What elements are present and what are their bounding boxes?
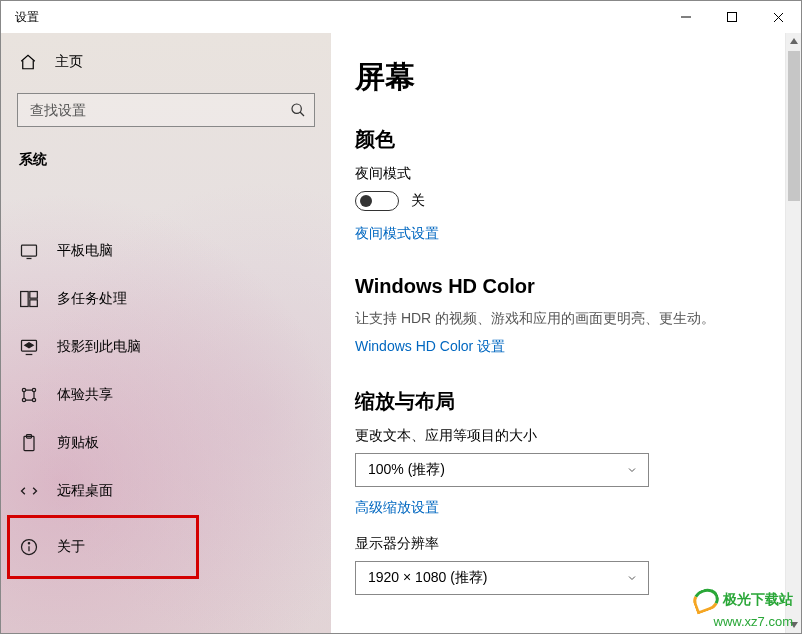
close-button[interactable] xyxy=(755,1,801,33)
svg-rect-9 xyxy=(30,292,38,299)
multitask-icon xyxy=(19,289,39,309)
scale-size-label: 更改文本、应用等项目的大小 xyxy=(355,427,765,445)
vertical-scrollbar[interactable] xyxy=(785,33,801,633)
hdcolor-desc: 让支持 HDR 的视频、游戏和应用的画面更明亮、更生动。 xyxy=(355,310,765,328)
sidebar: 主页 系统 平板电脑 xyxy=(1,33,331,633)
svg-marker-21 xyxy=(790,38,798,44)
search-icon xyxy=(290,102,306,118)
sidebar-item-label: 体验共享 xyxy=(57,386,113,404)
window-controls xyxy=(663,1,801,33)
main-panel: 屏幕 颜色 夜间模式 关 夜间模式设置 Windows HD Color 让支持… xyxy=(331,33,801,633)
svg-line-5 xyxy=(300,112,304,116)
page-title: 屏幕 xyxy=(355,57,765,98)
sidebar-item-clipboard[interactable]: 剪贴板 xyxy=(1,419,331,467)
resolution-value: 1920 × 1080 (推荐) xyxy=(368,569,487,587)
home-icon xyxy=(19,53,37,71)
sidebar-section-label: 系统 xyxy=(1,127,331,177)
svg-rect-8 xyxy=(21,292,29,307)
night-mode-state: 关 xyxy=(411,192,425,210)
svg-rect-1 xyxy=(728,13,737,22)
svg-point-20 xyxy=(28,543,29,544)
sidebar-item-remote[interactable]: 远程桌面 xyxy=(1,467,331,515)
sidebar-item-project[interactable]: 投影到此电脑 xyxy=(1,323,331,371)
night-mode-settings-link[interactable]: 夜间模式设置 xyxy=(355,225,439,243)
titlebar: 设置 xyxy=(1,1,801,33)
remote-icon xyxy=(19,481,39,501)
sidebar-item-label: 多任务处理 xyxy=(57,290,127,308)
section-scale-heading: 缩放与布局 xyxy=(355,388,765,415)
sidebar-item-label: 远程桌面 xyxy=(57,482,113,500)
info-icon xyxy=(19,537,39,557)
sidebar-nav: 平板电脑 多任务处理 投影到此电脑 xyxy=(1,227,331,579)
sidebar-item-label: 投影到此电脑 xyxy=(57,338,141,356)
night-mode-toggle[interactable] xyxy=(355,191,399,211)
scroll-up-arrow[interactable] xyxy=(786,33,802,49)
scale-size-select[interactable]: 100% (推荐) xyxy=(355,453,649,487)
advanced-scale-link[interactable]: 高级缩放设置 xyxy=(355,499,439,517)
sidebar-item-label: 剪贴板 xyxy=(57,434,99,452)
sidebar-item-multitask[interactable]: 多任务处理 xyxy=(1,275,331,323)
sidebar-item-label: 平板电脑 xyxy=(57,242,113,260)
sidebar-item-tablet[interactable]: 平板电脑 xyxy=(1,227,331,275)
window-title: 设置 xyxy=(1,9,39,26)
svg-marker-22 xyxy=(790,622,798,628)
svg-rect-10 xyxy=(30,300,38,307)
share-icon xyxy=(19,385,39,405)
minimize-button[interactable] xyxy=(663,1,709,33)
chevron-down-icon xyxy=(626,572,638,584)
svg-point-4 xyxy=(292,104,301,113)
resolution-select[interactable]: 1920 × 1080 (推荐) xyxy=(355,561,649,595)
svg-rect-6 xyxy=(22,245,37,256)
chevron-down-icon xyxy=(626,464,638,476)
sidebar-item-label: 关于 xyxy=(57,538,85,556)
section-hdcolor-heading: Windows HD Color xyxy=(355,275,765,298)
tablet-icon xyxy=(19,241,39,261)
scale-size-value: 100% (推荐) xyxy=(368,461,445,479)
clipboard-icon xyxy=(19,433,39,453)
project-icon xyxy=(19,337,39,357)
svg-point-15 xyxy=(32,398,35,401)
svg-point-14 xyxy=(22,398,25,401)
section-color-heading: 颜色 xyxy=(355,126,765,153)
svg-point-12 xyxy=(22,388,25,391)
search-input[interactable] xyxy=(28,101,290,119)
night-mode-label: 夜间模式 xyxy=(355,165,765,183)
maximize-button[interactable] xyxy=(709,1,755,33)
sidebar-item-share[interactable]: 体验共享 xyxy=(1,371,331,419)
scroll-thumb[interactable] xyxy=(788,51,800,201)
home-label: 主页 xyxy=(55,53,83,71)
sidebar-item-about[interactable]: 关于 xyxy=(1,515,331,579)
scroll-down-arrow[interactable] xyxy=(786,617,802,633)
search-input-wrap[interactable] xyxy=(17,93,315,127)
resolution-label: 显示器分辨率 xyxy=(355,535,765,553)
home-nav[interactable]: 主页 xyxy=(1,45,331,79)
hdcolor-settings-link[interactable]: Windows HD Color 设置 xyxy=(355,338,505,356)
svg-point-13 xyxy=(32,388,35,391)
